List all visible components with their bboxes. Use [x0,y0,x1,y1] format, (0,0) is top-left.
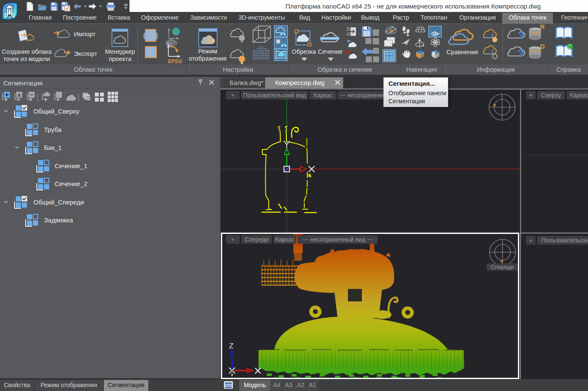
svg-text:Z: Z [229,342,233,350]
svg-text:D: D [540,43,545,50]
svg-text:EPSG: EPSG [168,58,182,64]
svg-text:A: A [18,93,21,98]
svg-text:?: ? [518,29,524,41]
svg-text:R: R [540,23,545,30]
svg-text:?: ? [518,47,524,59]
